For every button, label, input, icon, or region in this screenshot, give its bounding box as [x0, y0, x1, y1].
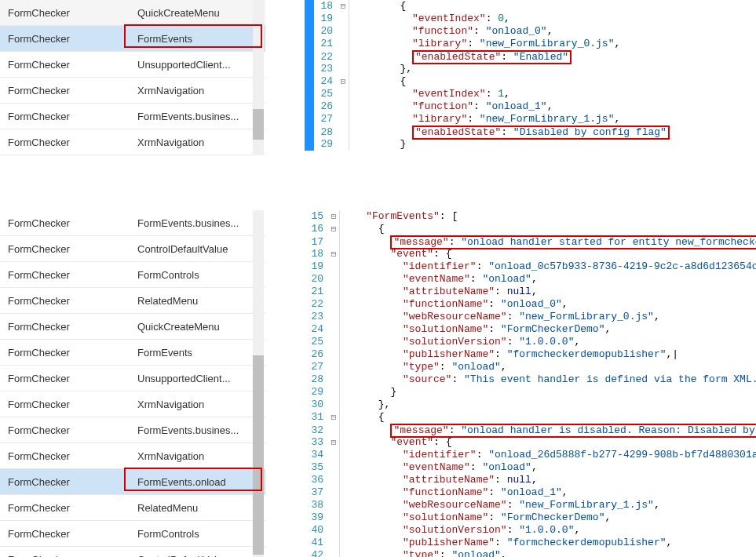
- list-row[interactable]: FormCheckerRelatedMenu: [0, 495, 265, 521]
- list-row[interactable]: FormCheckerRelatedMenu: [0, 288, 265, 314]
- fold-toggle: [328, 260, 339, 273]
- code-line[interactable]: 18⊟ "event": {: [305, 248, 756, 260]
- code-line[interactable]: 29 }: [305, 386, 756, 399]
- code-line[interactable]: 16⊟ {: [305, 223, 756, 235]
- list-row[interactable]: FormCheckerXrmNavigation: [0, 443, 265, 469]
- list-cell-source: FormChecker: [0, 295, 130, 307]
- code-line[interactable]: 31⊟ {: [305, 411, 756, 424]
- code-line[interactable]: 21 "attributeName": null,: [305, 286, 756, 298]
- code-line[interactable]: 17 "message": "onload handler started fo…: [305, 235, 756, 248]
- list-cell-source: FormChecker: [0, 217, 130, 229]
- scrollbar[interactable]: [253, 0, 264, 155]
- code-line[interactable]: 39 "solutionName": "FormCheckerDemo",: [305, 511, 756, 524]
- line-number: 25: [305, 336, 328, 348]
- list-row[interactable]: FormCheckerFormEvents: [0, 26, 265, 52]
- line-number: 26: [314, 100, 338, 113]
- fold-toggle: [338, 100, 349, 113]
- code-line[interactable]: 29 }: [305, 138, 756, 151]
- code-line[interactable]: 34 "identifier": "onload_26d5888f-b277-4…: [305, 449, 756, 461]
- code-line[interactable]: 36 "attributeName": null,: [305, 474, 756, 486]
- code-line[interactable]: 19 "identifier": "onload_0c57b933-8736-4…: [305, 260, 756, 273]
- code-line[interactable]: 20 "eventName": "onload",: [305, 273, 756, 286]
- fold-toggle[interactable]: ⊟: [328, 223, 339, 235]
- code-line[interactable]: 15⊟ "FormEvents": [: [305, 210, 756, 223]
- fold-toggle: [338, 88, 349, 100]
- code-line[interactable]: 38 "webResourceName": "new_FormLibrary_1…: [305, 499, 756, 511]
- code-line[interactable]: 23 "webResourceName": "new_FormLibrary_0…: [305, 311, 756, 323]
- list-cell-source: FormChecker: [0, 243, 130, 255]
- list-cell-event: FormEvents.busines...: [130, 217, 265, 229]
- list-row[interactable]: FormCheckerUnsupportedClient...: [0, 366, 265, 391]
- code-line[interactable]: 25 "solutionVersion": "1.0.0.0",: [305, 336, 756, 348]
- list-row[interactable]: FormCheckerFormEvents.busines...: [0, 104, 265, 129]
- code-line[interactable]: 24⊟ {: [305, 75, 756, 88]
- code-line[interactable]: 21 "library": "new_FormLibrary_0.js",: [305, 38, 756, 50]
- list-row[interactable]: FormCheckerFormEvents.busines...: [0, 417, 265, 443]
- line-number: 27: [314, 113, 338, 126]
- list-cell-event: FormEvents.onload: [130, 476, 265, 488]
- code-line[interactable]: 33⊟ "event": {: [305, 436, 756, 449]
- list-row[interactable]: FormCheckerXrmNavigation: [0, 391, 265, 417]
- fold-toggle: [338, 63, 349, 75]
- list-row[interactable]: FormCheckerControlDefaultValue: [0, 547, 265, 557]
- code-line[interactable]: 23 },: [305, 63, 756, 75]
- code-line[interactable]: 37 "functionName": "onload_1",: [305, 486, 756, 499]
- line-number: 21: [314, 38, 338, 50]
- code-line[interactable]: 40 "solutionVersion": "1.0.0.0",: [305, 524, 756, 537]
- fold-toggle: [328, 424, 339, 436]
- list-row[interactable]: FormCheckerUnsupportedClient...: [0, 52, 265, 78]
- code-line[interactable]: 41 "publisherName": "formcheckerdemopubl…: [305, 537, 756, 549]
- code-line[interactable]: 35 "eventName": "onload",: [305, 461, 756, 474]
- code-line[interactable]: 25 "eventIndex": 1,: [305, 88, 756, 100]
- list-row[interactable]: FormCheckerFormControls: [0, 521, 265, 547]
- fold-toggle[interactable]: ⊟: [328, 436, 339, 449]
- line-number: 23: [305, 311, 328, 323]
- code-line[interactable]: 42 "type": "onload",: [305, 549, 756, 557]
- fold-toggle: [328, 499, 339, 511]
- event-list-top: FormCheckerQuickCreateMenuFormCheckerFor…: [0, 0, 265, 155]
- fold-toggle[interactable]: ⊟: [338, 0, 349, 13]
- list-row[interactable]: FormCheckerXrmNavigation: [0, 129, 265, 155]
- scrollbar[interactable]: [253, 210, 264, 557]
- list-cell-event: XrmNavigation: [130, 85, 265, 96]
- list-cell-event: ControlDefaultValue: [130, 554, 265, 558]
- code-line[interactable]: 20 "function": "onload_0",: [305, 25, 756, 38]
- code-line[interactable]: 18⊟ {: [305, 0, 756, 13]
- list-cell-source: FormChecker: [0, 476, 130, 488]
- code-line[interactable]: 19 "eventIndex": 0,: [305, 13, 756, 25]
- fold-toggle[interactable]: ⊟: [328, 210, 339, 223]
- list-row[interactable]: FormCheckerFormEvents: [0, 340, 265, 366]
- list-cell-event: FormEvents.busines...: [130, 424, 265, 436]
- line-number: 18: [305, 248, 328, 260]
- list-cell-source: FormChecker: [0, 399, 130, 410]
- list-row[interactable]: FormCheckerFormEvents.onload: [0, 469, 265, 495]
- scrollbar-thumb[interactable]: [253, 109, 264, 140]
- list-row[interactable]: FormCheckerFormEvents.busines...: [0, 210, 265, 236]
- code-line[interactable]: 22 "functionName": "onload_0",: [305, 298, 756, 311]
- code-line[interactable]: 27 "type": "onload",: [305, 361, 756, 373]
- code-line[interactable]: 24 "solutionName": "FormCheckerDemo",: [305, 323, 756, 336]
- list-row[interactable]: FormCheckerXrmNavigation: [0, 78, 265, 104]
- code-editor-top[interactable]: 18⊟ {19 "eventIndex": 0,20 "function": "…: [305, 0, 756, 151]
- list-row[interactable]: FormCheckerQuickCreateMenu: [0, 314, 265, 340]
- code-line[interactable]: 28 "source": "This event handler is defi…: [305, 373, 756, 386]
- code-line[interactable]: 30 },: [305, 399, 756, 411]
- code-line[interactable]: 26 "publisherName": "formcheckerdemopubl…: [305, 348, 756, 361]
- code-editor-bottom[interactable]: 15⊟ "FormEvents": [16⊟ {17 "message": "o…: [305, 210, 756, 557]
- code-line[interactable]: 26 "function": "onload_1",: [305, 100, 756, 113]
- fold-toggle[interactable]: ⊟: [328, 411, 339, 424]
- scrollbar-thumb[interactable]: [253, 355, 264, 555]
- code-line[interactable]: 22 "enabledState": "Enabled": [305, 50, 756, 63]
- code-line[interactable]: 28 "enabledState": "Disabled by config f…: [305, 126, 756, 138]
- fold-toggle[interactable]: ⊟: [338, 75, 349, 88]
- list-row[interactable]: FormCheckerFormControls: [0, 262, 265, 288]
- fold-toggle[interactable]: ⊟: [328, 248, 339, 260]
- list-row[interactable]: FormCheckerQuickCreateMenu: [0, 0, 265, 26]
- code-line[interactable]: 27 "library": "new_FormLibrary_1.js",: [305, 113, 756, 126]
- fold-toggle: [328, 311, 339, 323]
- code-line[interactable]: 32 "message": "onload handler is disable…: [305, 424, 756, 436]
- list-cell-event: XrmNavigation: [130, 450, 265, 462]
- list-row[interactable]: FormCheckerControlDefaultValue: [0, 236, 265, 262]
- list-cell-source: FormChecker: [0, 424, 130, 436]
- list-cell-source: FormChecker: [0, 347, 130, 359]
